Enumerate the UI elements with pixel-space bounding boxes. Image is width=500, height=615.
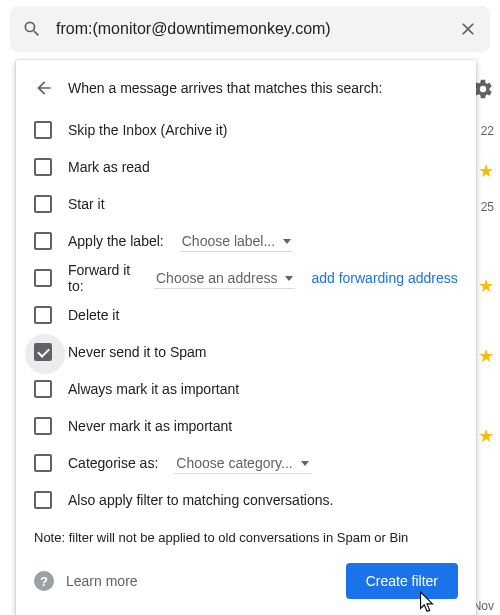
checkbox[interactable]: [34, 454, 52, 472]
category-select[interactable]: Choose category...: [174, 453, 310, 474]
star-icon: ★: [478, 425, 494, 447]
checkbox[interactable]: [34, 195, 52, 213]
option-delete[interactable]: Delete it: [34, 297, 458, 333]
filter-dialog: When a message arrives that matches this…: [16, 60, 476, 615]
option-categorise[interactable]: Categorise as: Choose category...: [34, 445, 458, 481]
option-label: Skip the Inbox (Archive it): [68, 122, 228, 138]
option-label: Categorise as:: [68, 455, 158, 471]
option-label: Never send it to Spam: [68, 344, 207, 360]
add-forwarding-link[interactable]: add forwarding address: [311, 270, 457, 286]
search-input[interactable]: [54, 19, 446, 39]
option-label: Also apply filter to matching conversati…: [68, 492, 333, 508]
forward-address-select[interactable]: Choose an address: [154, 268, 295, 289]
option-never-spam[interactable]: Never send it to Spam: [34, 334, 458, 370]
create-filter-button[interactable]: Create filter: [346, 563, 458, 599]
search-bar: [10, 6, 490, 52]
option-always-important[interactable]: Always mark it as important: [34, 371, 458, 407]
option-label: Delete it: [68, 307, 119, 323]
option-label: Apply the label:: [68, 233, 164, 249]
option-label: Forward it to:: [68, 262, 138, 294]
search-icon[interactable]: [22, 19, 42, 39]
option-label: Mark as read: [68, 159, 150, 175]
checkbox[interactable]: [34, 121, 52, 139]
checkbox[interactable]: [34, 491, 52, 509]
checkbox[interactable]: [34, 232, 52, 250]
option-label: Star it: [68, 196, 105, 212]
option-label: Never mark it as important: [68, 418, 232, 434]
learn-more-link[interactable]: Learn more: [66, 573, 138, 589]
checkbox[interactable]: [34, 380, 52, 398]
option-apply-matching[interactable]: Also apply filter to matching conversati…: [34, 482, 458, 518]
option-never-important[interactable]: Never mark it as important: [34, 408, 458, 444]
checkbox[interactable]: [34, 306, 52, 324]
option-mark-read[interactable]: Mark as read: [34, 149, 458, 185]
option-skip-inbox[interactable]: Skip the Inbox (Archive it): [34, 112, 458, 148]
option-forward[interactable]: Forward it to: Choose an address add for…: [34, 260, 458, 296]
back-arrow-icon[interactable]: [34, 78, 54, 98]
checkbox-checked[interactable]: [34, 343, 52, 361]
bg-date: 22: [481, 124, 494, 138]
star-icon: ★: [478, 275, 494, 297]
bg-date: 25: [481, 200, 494, 214]
checkbox[interactable]: [34, 417, 52, 435]
label-select[interactable]: Choose label...: [180, 231, 293, 252]
checkbox[interactable]: [34, 269, 52, 287]
star-icon: ★: [478, 160, 494, 182]
checkbox[interactable]: [34, 158, 52, 176]
option-apply-label[interactable]: Apply the label: Choose label...: [34, 223, 458, 259]
clear-search-icon[interactable]: [458, 19, 478, 39]
dialog-header: When a message arrives that matches this…: [68, 80, 382, 96]
option-label: Always mark it as important: [68, 381, 239, 397]
star-icon: ★: [478, 345, 494, 367]
help-icon[interactable]: ?: [34, 571, 54, 591]
option-star[interactable]: Star it: [34, 186, 458, 222]
filter-note: Note: filter will not be applied to old …: [34, 530, 458, 545]
